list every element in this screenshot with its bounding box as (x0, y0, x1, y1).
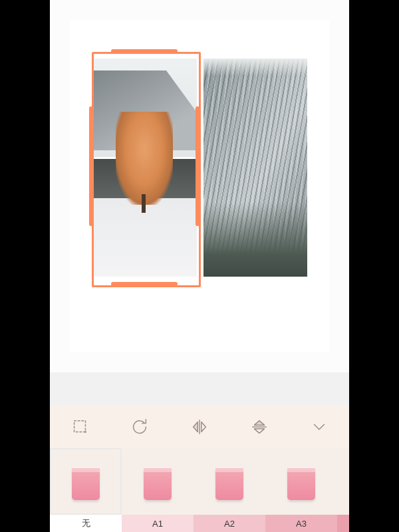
flip-vertical-button[interactable] (239, 411, 279, 443)
filter-thumb (337, 448, 349, 515)
filter-item-next[interactable] (337, 448, 349, 532)
cup-icon (144, 468, 172, 500)
crop-button[interactable] (60, 411, 100, 443)
filter-label: A1 (122, 515, 194, 532)
filter-item-a3[interactable]: A3 (265, 448, 337, 532)
svg-point-1 (84, 431, 86, 433)
filter-item-a2[interactable]: A2 (194, 448, 265, 532)
chevron-down-icon (309, 417, 329, 437)
rotate-icon (130, 417, 150, 437)
editor-screen: 无 A1 A2 A3 (50, 0, 349, 532)
cup-icon (72, 468, 100, 500)
cup-icon (215, 468, 243, 500)
filter-label: A2 (194, 515, 265, 532)
filter-label: A3 (265, 515, 337, 532)
filter-item-none[interactable]: 无 (50, 448, 122, 532)
filter-strip[interactable]: 无 A1 A2 A3 (50, 448, 349, 532)
selection-border[interactable] (92, 52, 201, 287)
canvas-area (50, 0, 349, 372)
svg-rect-0 (74, 421, 86, 432)
transform-toolbar (50, 406, 349, 448)
flip-vertical-icon (249, 417, 269, 437)
filter-item-a1[interactable]: A1 (122, 448, 194, 532)
filter-label (337, 515, 349, 532)
flip-horizontal-button[interactable] (180, 411, 219, 443)
filter-thumb (194, 448, 265, 515)
rotate-button[interactable] (120, 411, 160, 443)
collapse-button[interactable] (299, 411, 339, 443)
flip-horizontal-icon (190, 417, 209, 437)
resize-handle-bottom[interactable] (111, 282, 178, 286)
spacer (50, 372, 349, 406)
collage-frame-2[interactable] (203, 59, 307, 277)
resize-handle-right[interactable] (196, 106, 200, 226)
filter-label: 无 (50, 515, 122, 532)
resize-handle-left[interactable] (89, 106, 93, 226)
resize-handle-top[interactable] (111, 49, 178, 53)
cup-icon (287, 468, 315, 500)
collage-canvas[interactable] (70, 20, 329, 352)
filter-thumb (122, 448, 194, 515)
filter-thumb (265, 448, 337, 515)
crop-icon (70, 417, 90, 437)
filter-thumb (50, 448, 122, 515)
